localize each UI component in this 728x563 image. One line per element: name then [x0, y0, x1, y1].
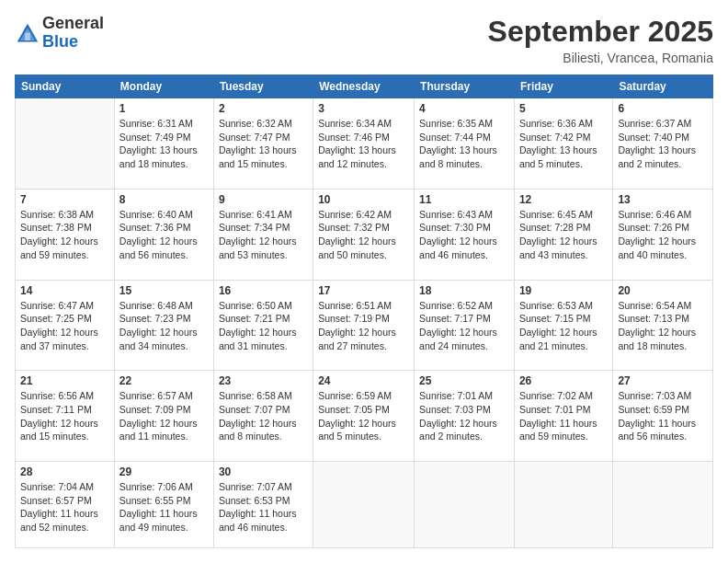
calendar-cell: [313, 462, 415, 548]
calendar-week-row: 21Sunrise: 6:56 AMSunset: 7:11 PMDayligh…: [16, 371, 713, 462]
sunrise-text: Sunrise: 6:54 AM: [618, 299, 708, 313]
day-number: 3: [318, 102, 409, 115]
day-info: Sunrise: 6:59 AMSunset: 7:05 PMDaylight:…: [318, 389, 409, 443]
sunrise-text: Sunrise: 6:52 AM: [419, 299, 509, 313]
day-info: Sunrise: 7:04 AMSunset: 6:57 PMDaylight:…: [20, 480, 109, 534]
calendar-cell: 11Sunrise: 6:43 AMSunset: 7:30 PMDayligh…: [415, 189, 515, 280]
calendar-week-row: 14Sunrise: 6:47 AMSunset: 7:25 PMDayligh…: [16, 280, 713, 371]
sunrise-text: Sunrise: 6:47 AM: [20, 299, 109, 313]
day-info: Sunrise: 6:41 AMSunset: 7:34 PMDaylight:…: [219, 208, 308, 262]
calendar-cell: 22Sunrise: 6:57 AMSunset: 7:09 PMDayligh…: [114, 371, 213, 462]
day-info: Sunrise: 6:51 AMSunset: 7:19 PMDaylight:…: [318, 299, 409, 353]
day-info: Sunrise: 7:03 AMSunset: 6:59 PMDaylight:…: [618, 389, 708, 443]
day-number: 24: [318, 374, 409, 387]
sunset-text: Sunset: 7:40 PM: [618, 131, 708, 144]
calendar-header-tuesday: Tuesday: [213, 75, 313, 98]
day-number: 2: [219, 102, 308, 115]
daylight-hours-text: Daylight: 12 hours: [318, 417, 409, 431]
day-number: 7: [20, 193, 109, 206]
daylight-hours-text: Daylight: 11 hours: [119, 507, 209, 521]
sunset-text: Sunset: 7:30 PM: [419, 221, 509, 235]
sunset-text: Sunset: 7:21 PM: [219, 312, 308, 326]
logo-general: General: [42, 15, 104, 33]
day-info: Sunrise: 6:53 AMSunset: 7:15 PMDaylight:…: [519, 299, 608, 353]
daylight-hours-text: Daylight: 12 hours: [119, 417, 209, 431]
calendar-cell: 18Sunrise: 6:52 AMSunset: 7:17 PMDayligh…: [415, 280, 515, 371]
calendar-week-row: 7Sunrise: 6:38 AMSunset: 7:38 PMDaylight…: [16, 189, 713, 280]
day-info: Sunrise: 6:58 AMSunset: 7:07 PMDaylight:…: [219, 389, 308, 443]
day-number: 21: [20, 374, 109, 387]
calendar-header-saturday: Saturday: [613, 75, 713, 98]
daylight-minutes-text: and 31 minutes.: [219, 339, 308, 353]
sunset-text: Sunset: 7:15 PM: [519, 312, 608, 326]
daylight-minutes-text: and 5 minutes.: [318, 430, 409, 443]
calendar-cell: [613, 462, 713, 548]
calendar-cell: 28Sunrise: 7:04 AMSunset: 6:57 PMDayligh…: [16, 462, 115, 548]
daylight-hours-text: Daylight: 12 hours: [20, 235, 109, 248]
calendar-cell: [514, 462, 612, 548]
day-info: Sunrise: 6:42 AMSunset: 7:32 PMDaylight:…: [318, 208, 409, 262]
sunset-text: Sunset: 6:53 PM: [219, 494, 308, 508]
day-info: Sunrise: 6:54 AMSunset: 7:13 PMDaylight:…: [618, 299, 708, 353]
sunset-text: Sunset: 7:25 PM: [20, 312, 109, 326]
sunrise-text: Sunrise: 6:36 AM: [519, 117, 608, 131]
daylight-minutes-text: and 24 minutes.: [419, 339, 509, 353]
location: Biliesti, Vrancea, Romania: [488, 51, 713, 65]
daylight-minutes-text: and 11 minutes.: [119, 430, 209, 443]
calendar-cell: 3Sunrise: 6:34 AMSunset: 7:46 PMDaylight…: [313, 98, 415, 190]
calendar-cell: 17Sunrise: 6:51 AMSunset: 7:19 PMDayligh…: [313, 280, 415, 371]
day-number: 25: [419, 374, 509, 387]
daylight-hours-text: Daylight: 13 hours: [618, 144, 708, 157]
sunset-text: Sunset: 7:38 PM: [20, 221, 109, 235]
calendar-cell: 9Sunrise: 6:41 AMSunset: 7:34 PMDaylight…: [213, 189, 313, 280]
calendar-page: General Blue September 2025 Biliesti, Vr…: [0, 0, 728, 563]
calendar-cell: 25Sunrise: 7:01 AMSunset: 7:03 PMDayligh…: [415, 371, 515, 462]
day-info: Sunrise: 6:57 AMSunset: 7:09 PMDaylight:…: [119, 389, 209, 443]
calendar-cell: [16, 98, 115, 190]
daylight-minutes-text: and 59 minutes.: [519, 430, 608, 443]
daylight-hours-text: Daylight: 12 hours: [318, 235, 409, 248]
day-info: Sunrise: 6:36 AMSunset: 7:42 PMDaylight:…: [519, 117, 608, 171]
logo: General Blue: [15, 15, 104, 52]
day-number: 18: [419, 284, 509, 297]
day-info: Sunrise: 6:48 AMSunset: 7:23 PMDaylight:…: [119, 299, 209, 353]
calendar-cell: 29Sunrise: 7:06 AMSunset: 6:55 PMDayligh…: [114, 462, 213, 548]
sunrise-text: Sunrise: 6:43 AM: [419, 208, 509, 222]
calendar-week-row: 28Sunrise: 7:04 AMSunset: 6:57 PMDayligh…: [16, 462, 713, 548]
calendar-cell: 12Sunrise: 6:45 AMSunset: 7:28 PMDayligh…: [514, 189, 612, 280]
daylight-hours-text: Daylight: 12 hours: [519, 235, 608, 248]
day-info: Sunrise: 6:32 AMSunset: 7:47 PMDaylight:…: [219, 117, 308, 171]
sunset-text: Sunset: 7:13 PM: [618, 312, 708, 326]
daylight-minutes-text: and 59 minutes.: [20, 248, 109, 262]
day-number: 16: [219, 284, 308, 297]
daylight-hours-text: Daylight: 12 hours: [219, 417, 308, 431]
sunrise-text: Sunrise: 6:53 AM: [519, 299, 608, 313]
sunrise-text: Sunrise: 6:32 AM: [219, 117, 308, 131]
daylight-hours-text: Daylight: 12 hours: [20, 417, 109, 431]
day-number: 8: [119, 193, 209, 206]
day-number: 11: [419, 193, 509, 206]
daylight-hours-text: Daylight: 12 hours: [119, 326, 209, 339]
calendar-cell: 16Sunrise: 6:50 AMSunset: 7:21 PMDayligh…: [213, 280, 313, 371]
daylight-hours-text: Daylight: 12 hours: [419, 326, 509, 339]
day-info: Sunrise: 6:45 AMSunset: 7:28 PMDaylight:…: [519, 208, 608, 262]
daylight-hours-text: Daylight: 13 hours: [119, 144, 209, 157]
sunset-text: Sunset: 7:23 PM: [119, 312, 209, 326]
sunrise-text: Sunrise: 6:59 AM: [318, 389, 409, 403]
daylight-minutes-text: and 18 minutes.: [119, 157, 209, 171]
day-number: 14: [20, 284, 109, 297]
sunset-text: Sunset: 7:01 PM: [519, 403, 608, 417]
daylight-minutes-text: and 37 minutes.: [20, 339, 109, 353]
sunrise-text: Sunrise: 7:07 AM: [219, 480, 308, 494]
sunset-text: Sunset: 7:11 PM: [20, 403, 109, 417]
daylight-hours-text: Daylight: 11 hours: [20, 507, 109, 521]
day-info: Sunrise: 6:46 AMSunset: 7:26 PMDaylight:…: [618, 208, 708, 262]
sunrise-text: Sunrise: 7:02 AM: [519, 389, 608, 403]
day-number: 19: [519, 284, 608, 297]
calendar-cell: 6Sunrise: 6:37 AMSunset: 7:40 PMDaylight…: [613, 98, 713, 190]
calendar-week-row: 1Sunrise: 6:31 AMSunset: 7:49 PMDaylight…: [16, 98, 713, 190]
daylight-hours-text: Daylight: 13 hours: [318, 144, 409, 157]
day-number: 30: [219, 465, 308, 478]
calendar-cell: 15Sunrise: 6:48 AMSunset: 7:23 PMDayligh…: [114, 280, 213, 371]
sunset-text: Sunset: 7:44 PM: [419, 131, 509, 144]
